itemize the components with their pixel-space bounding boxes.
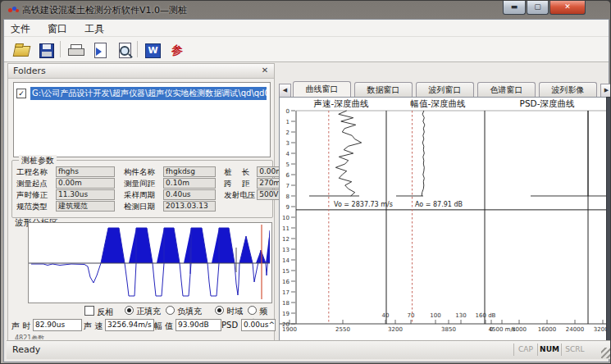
depth-curves-plot: 01234567891011121314151617181920声速-深度曲线1…	[280, 98, 606, 340]
folders-title: Folders	[13, 66, 46, 76]
svg-text:14: 14	[282, 257, 290, 264]
svg-text:2: 2	[286, 130, 290, 136]
parameters-button[interactable]: 参	[166, 39, 188, 61]
folders-list[interactable]: ✓ G:\公司产品设计开发\超声仪器\超声仪实地检测数据调试\qd\qd03\q…	[13, 82, 271, 157]
save-button[interactable]	[35, 39, 57, 61]
svg-text:2550: 2550	[335, 326, 350, 333]
svg-text:6: 6	[286, 172, 290, 179]
print-preview-button[interactable]	[114, 39, 135, 61]
pane-close-icon[interactable]: ✕	[259, 65, 271, 76]
client-area: 文件 窗口 工具 W 参 Folders ✕ ✓ G:\公	[3, 19, 609, 362]
close-button[interactable]: ✕	[549, 1, 586, 15]
open-folder-icon	[13, 46, 31, 57]
word-report-button[interactable]: W	[142, 39, 163, 61]
velocity-field[interactable]: 3256.94m/s	[105, 319, 154, 331]
param-field[interactable]: 0.00m	[56, 178, 115, 189]
svg-text:1: 1	[286, 119, 290, 125]
svg-text:Ao = 87.91 dB: Ao = 87.91 dB	[415, 201, 463, 208]
minimize-button[interactable]: ▬	[503, 1, 526, 15]
param-label: 发射电压	[224, 189, 257, 201]
param-label: 构件名称	[124, 166, 163, 178]
sonic-time-field[interactable]: 82.90us	[33, 319, 82, 331]
svg-text:24000: 24000	[566, 326, 584, 333]
group-title: 测桩参数	[19, 155, 57, 166]
svg-text:40: 40	[382, 312, 390, 319]
svg-text:1900: 1900	[282, 326, 297, 333]
svg-text:幅值-深度曲线: 幅值-深度曲线	[411, 98, 466, 108]
scroll-indicator: SCRL	[561, 344, 588, 356]
chart-area[interactable]: 01234567891011121314151617181920声速-深度曲线1…	[279, 97, 607, 341]
param-field[interactable]: 建筑规范	[56, 201, 115, 212]
magnifier-icon	[120, 46, 130, 56]
svg-text:PSD-深度曲线: PSD-深度曲线	[520, 98, 575, 108]
maximize-button[interactable]: ▢	[527, 1, 549, 15]
svg-text:声速-深度曲线: 声速-深度曲线	[314, 98, 369, 108]
pile-params-group: 测桩参数 工程名称fhghs 构件名称fhgkdsg 桩 长0.00m 测量起点…	[11, 160, 273, 218]
svg-text:Vo = 2837.73 m/s: Vo = 2837.73 m/s	[334, 201, 393, 208]
vertical-scrollbar[interactable]	[606, 97, 611, 341]
tab-wavetrain-image[interactable]: 波列影像	[539, 82, 597, 97]
param-field[interactable]: 11.30us	[56, 189, 115, 200]
param-field[interactable]: 2013.03.13	[163, 201, 216, 212]
svg-text:8: 8	[286, 193, 290, 200]
menu-tools[interactable]: 工具	[78, 20, 111, 36]
toolbar: W 参	[4, 37, 609, 62]
time-domain-radio[interactable]: 时域	[215, 306, 243, 317]
app-icon	[8, 7, 20, 15]
tab-wavetrain-window[interactable]: 波列窗口	[416, 82, 474, 97]
tab-spectrum-window[interactable]: 色谱窗口	[477, 82, 536, 97]
waveform-plot	[29, 223, 270, 301]
window-title: 高铁建设混凝土检测分析软件V1.0—测桩	[22, 4, 187, 16]
svg-text:32000: 32000	[594, 326, 606, 333]
param-field[interactable]: 0.40us	[163, 189, 216, 200]
svg-text:9: 9	[286, 204, 290, 211]
menu-file[interactable]: 文件	[4, 20, 37, 36]
param-field[interactable]: fhghs	[56, 166, 115, 177]
param-label: 跨 距	[224, 178, 257, 189]
param-field[interactable]: 0.10m	[163, 178, 216, 189]
svg-text:3: 3	[286, 140, 290, 147]
svg-text:0: 0	[490, 326, 493, 333]
invert-checkbox[interactable]: 反相	[84, 306, 113, 318]
param-field[interactable]: fhgkdsg	[163, 166, 216, 177]
svg-text:8000: 8000	[512, 326, 527, 333]
fill-positive-radio[interactable]: 正填充	[125, 306, 161, 317]
waveform-area[interactable]	[28, 222, 272, 303]
resize-grip[interactable]	[601, 348, 611, 358]
page-export-icon	[94, 43, 107, 58]
item-checkbox[interactable]: ✓	[16, 89, 26, 98]
tab-curve-window[interactable]: 曲线窗口	[293, 81, 351, 97]
param-label: 声时修正	[16, 189, 56, 201]
export-button[interactable]	[89, 39, 111, 61]
printer-icon	[68, 44, 83, 55]
svg-text:17: 17	[282, 289, 290, 296]
psd-field[interactable]: 0.00us^2/m	[241, 319, 276, 331]
fill-negative-radio[interactable]: 负填充	[166, 306, 202, 317]
svg-text:13: 13	[282, 247, 290, 253]
svg-text:10: 10	[282, 215, 290, 221]
menu-window[interactable]: 窗口	[41, 20, 74, 36]
status-bar: Ready CAP NUM SCRL	[7, 340, 611, 359]
svg-text:130: 130	[455, 312, 466, 319]
amplitude-field[interactable]: 93.90dB	[176, 319, 221, 331]
waveform-controls: 反相 正填充 负填充 时域 频域	[8, 306, 276, 317]
svg-text:3850: 3850	[441, 326, 456, 333]
list-item[interactable]: ✓ G:\公司产品设计开发\超声仪器\超声仪实地检测数据调试\qd\qd03\q…	[14, 84, 270, 97]
param-label: 测量起点	[16, 178, 56, 189]
open-button[interactable]	[11, 39, 32, 61]
menu-bar: 文件 窗口 工具	[4, 20, 609, 37]
tab-data-window[interactable]: 数据窗口	[354, 82, 413, 97]
item-label[interactable]: G:\公司产品设计开发\超声仪器\超声仪实地检测数据调试\qd\qd03\qd0…	[30, 87, 267, 100]
velocity-label: 声 速	[84, 321, 103, 332]
print-button[interactable]	[65, 39, 86, 61]
param-label: 规范类型	[16, 201, 56, 212]
tab-scroll-right-icon[interactable]: ▶	[600, 84, 611, 98]
svg-text:12: 12	[282, 236, 290, 243]
readings-row: 声 时 82.90us 声 速 3256.94m/s 幅 值 93.90dB P…	[8, 319, 276, 332]
title-bar[interactable]: 高铁建设混凝土检测分析软件V1.0—测桩 ▬ ▢ ✕	[1, 1, 611, 19]
status-text: Ready	[12, 344, 40, 355]
tab-scroll-left-icon[interactable]: ◀	[279, 84, 291, 98]
svg-text:16: 16	[282, 279, 290, 285]
svg-text:5: 5	[286, 162, 290, 168]
param-label: 检测日期	[124, 201, 163, 212]
